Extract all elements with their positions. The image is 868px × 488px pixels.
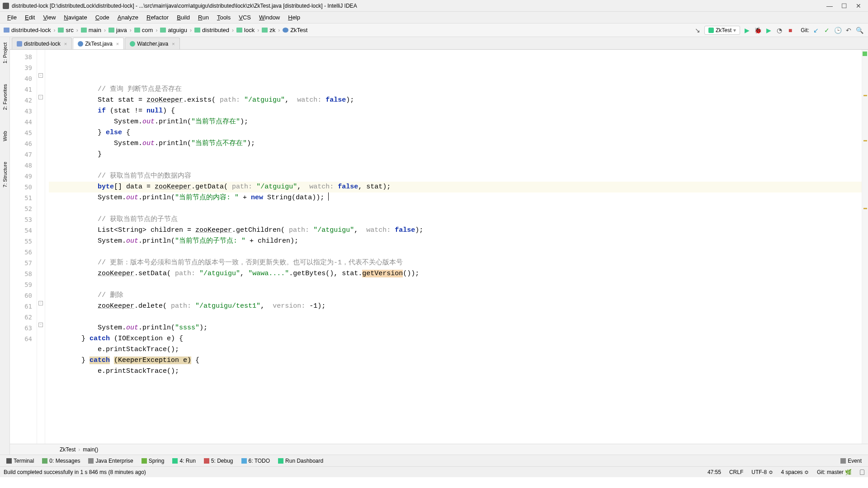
code-line-58[interactable]: zooKeeper.delete( path: "/atguigu/test1"… <box>49 301 862 312</box>
run-config-selector[interactable]: ZkTest ▾ <box>704 26 740 35</box>
menu-edit[interactable]: Edit <box>21 13 38 22</box>
vcs-update-icon[interactable]: ↙ <box>812 26 820 34</box>
fold-toggle[interactable]: − <box>38 73 43 78</box>
tab-watcher-java[interactable]: Watcher.java× <box>125 38 179 49</box>
toolwindow-project[interactable]: 1: Project <box>2 39 8 67</box>
search-icon[interactable]: 🔍 <box>855 26 863 34</box>
line-number[interactable]: 64 <box>10 333 32 344</box>
code-line-49[interactable] <box>49 203 862 214</box>
error-stripe[interactable] <box>862 50 868 444</box>
breadcrumb-distributed[interactable]: distributed <box>193 27 231 33</box>
line-number[interactable]: 48 <box>10 160 32 171</box>
code-content[interactable]: // 查询 判断节点是否存在 Stat stat = zooKeeper.exi… <box>45 50 862 444</box>
menu-file[interactable]: File <box>4 13 20 22</box>
breadcrumb-main[interactable]: main <box>79 27 103 33</box>
line-number[interactable]: 51 <box>10 192 32 203</box>
breadcrumb-zk[interactable]: zk <box>260 27 277 33</box>
warning-marker[interactable] <box>863 140 867 141</box>
line-number[interactable]: 43 <box>10 106 32 117</box>
debug-button[interactable]: 🐞 <box>754 26 762 34</box>
line-number[interactable]: 55 <box>10 236 32 247</box>
breadcrumb-java[interactable]: java <box>107 27 129 33</box>
fold-gutter[interactable]: −−−− <box>37 50 45 444</box>
file-encoding[interactable]: UTF-8 ≎ <box>751 469 773 475</box>
code-line-47[interactable]: byte[] data = zooKeeper.getData( path: "… <box>49 182 862 192</box>
code-line-45[interactable] <box>49 160 862 171</box>
structure-breadcrumb[interactable]: ZkTest › main() <box>10 444 868 455</box>
line-number[interactable]: 60 <box>10 290 32 301</box>
line-number[interactable]: 45 <box>10 127 32 138</box>
vcs-history-icon[interactable]: 🕒 <box>834 26 842 34</box>
code-line-39[interactable]: Stat stat = zooKeeper.exists( path: "/at… <box>49 95 862 106</box>
toolwindow-eventlog[interactable]: Event <box>837 457 865 465</box>
tab-distributed-lock[interactable]: distributed-lock× <box>12 38 72 49</box>
toolwindow-terminal[interactable]: Terminal <box>3 457 38 465</box>
code-line-40[interactable]: if (stat != null) { <box>49 106 862 117</box>
breadcrumb-class[interactable]: ZkTest <box>60 446 75 453</box>
close-icon[interactable]: × <box>64 41 67 47</box>
menu-run[interactable]: Run <box>194 13 212 22</box>
breadcrumb-com[interactable]: com <box>132 27 155 33</box>
toolwindow-spring[interactable]: Spring <box>138 457 168 465</box>
toolwindow-debug[interactable]: 5: Debug <box>200 457 237 465</box>
profile-button[interactable]: ◔ <box>775 26 783 34</box>
line-number[interactable]: 52 <box>10 203 32 214</box>
line-number[interactable]: 54 <box>10 225 32 236</box>
breadcrumb-distributed-lock[interactable]: distributed-lock <box>2 27 52 33</box>
line-number[interactable]: 44 <box>10 117 32 127</box>
toolwindow-structure[interactable]: 7: Structure <box>2 158 8 191</box>
menu-vcs[interactable]: VCS <box>235 13 255 22</box>
line-number[interactable]: 41 <box>10 84 32 95</box>
code-line-54[interactable]: // 更新：版本号必须和当前节点的版本号一致，否则更新失败。也可以指定为-1，代… <box>49 258 862 268</box>
line-number[interactable]: 63 <box>10 323 32 333</box>
toolwindow-messages[interactable]: 0: Messages <box>38 457 84 465</box>
code-line-55[interactable]: zooKeeper.setData( path: "/atguigu", "wa… <box>49 268 862 279</box>
warning-marker[interactable] <box>863 95 867 96</box>
fold-toggle[interactable]: − <box>38 323 43 327</box>
code-line-57[interactable]: // 删除 <box>49 290 862 301</box>
close-button[interactable]: ✕ <box>855 3 862 9</box>
line-number[interactable]: 57 <box>10 258 32 268</box>
menu-analyze[interactable]: Analyze <box>114 13 142 22</box>
line-number[interactable]: 50 <box>10 182 32 192</box>
close-icon[interactable]: × <box>116 41 119 47</box>
code-line-43[interactable]: System.out.println("当前节点不存在"); <box>49 138 862 149</box>
line-number[interactable]: 53 <box>10 214 32 225</box>
menu-window[interactable]: Window <box>255 13 283 22</box>
menu-navigate[interactable]: Navigate <box>60 13 90 22</box>
line-separator[interactable]: CRLF <box>729 469 743 475</box>
menu-code[interactable]: Code <box>92 13 113 22</box>
fold-toggle[interactable]: − <box>38 301 43 305</box>
line-number[interactable]: 58 <box>10 268 32 279</box>
code-line-56[interactable] <box>49 279 862 290</box>
menu-view[interactable]: View <box>39 13 59 22</box>
code-line-51[interactable]: List<String> children = zooKeeper.getChi… <box>49 225 862 236</box>
code-line-61[interactable]: } catch (IOException e) { <box>49 333 862 344</box>
lock-icon[interactable] <box>860 469 864 475</box>
breadcrumb-src[interactable]: src <box>56 27 75 33</box>
minimize-button[interactable]: — <box>826 3 833 9</box>
close-icon[interactable]: × <box>172 41 175 47</box>
line-number[interactable]: 47 <box>10 149 32 160</box>
tab-zktest-java[interactable]: ZkTest.java× <box>73 38 124 49</box>
line-number[interactable]: 56 <box>10 247 32 258</box>
code-line-46[interactable]: // 获取当前节点中的数据内容 <box>49 171 862 182</box>
breadcrumb-lock[interactable]: lock <box>235 27 256 33</box>
line-number[interactable]: 40 <box>10 73 32 84</box>
stop-button[interactable]: ■ <box>786 26 794 34</box>
indent-setting[interactable]: 4 spaces ≎ <box>781 469 809 475</box>
code-line-44[interactable]: } <box>49 149 862 160</box>
run-button[interactable]: ▶ <box>743 26 751 34</box>
line-number[interactable]: 46 <box>10 138 32 149</box>
line-number[interactable]: 39 <box>10 62 32 73</box>
code-line-42[interactable]: } else { <box>49 127 862 138</box>
code-line-64[interactable]: e.printStackTrace(); <box>49 366 862 377</box>
code-line-52[interactable]: System.out.println("当前节点的子节点: " + childr… <box>49 236 862 247</box>
code-line-50[interactable]: // 获取当前节点的子节点 <box>49 214 862 225</box>
breadcrumb-method[interactable]: main() <box>83 446 98 453</box>
menu-tools[interactable]: Tools <box>213 13 234 22</box>
code-line-63[interactable]: } catch (KeeperException e) { <box>49 355 862 366</box>
line-number[interactable]: 38 <box>10 52 32 62</box>
breadcrumb-atguigu[interactable]: atguigu <box>158 27 189 33</box>
build-icon[interactable]: ↘ <box>693 26 702 34</box>
